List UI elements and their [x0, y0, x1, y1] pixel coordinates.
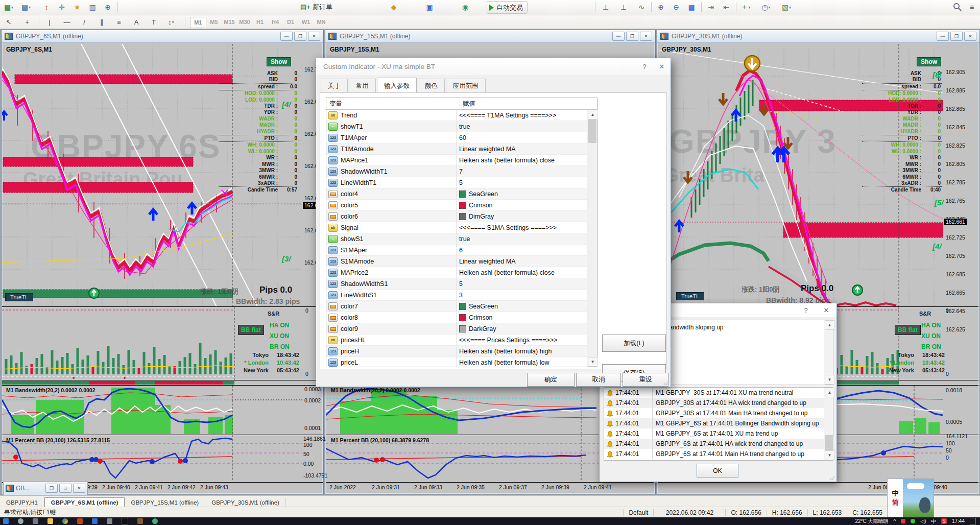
scroll-up-icon[interactable]: ▲	[825, 320, 834, 330]
zoom-in-icon[interactable]: ⊕	[655, 2, 666, 13]
timeframe-button[interactable]: W1	[298, 17, 314, 27]
load-button[interactable]: 加载(L)	[602, 335, 666, 352]
app-icon[interactable]	[137, 518, 143, 524]
chart-window-titlebar[interactable]: GBPJPY_30S,M1 (offline) — ❐ ✕	[657, 30, 979, 43]
minimize-button[interactable]: —	[937, 32, 949, 41]
notification-icon[interactable]	[970, 518, 976, 524]
timeframe-button[interactable]: D1	[283, 17, 298, 27]
dialog-tab[interactable]: 关于	[321, 79, 348, 92]
trendline-icon[interactable]: /	[79, 16, 90, 28]
eraser-icon[interactable]: ◆	[388, 2, 399, 13]
candle-chart-icon[interactable]: ⊥	[618, 2, 629, 13]
cursor-icon[interactable]: ↖	[3, 16, 14, 28]
text-icon[interactable]: A	[131, 16, 142, 28]
pane-divider[interactable]	[2, 435, 323, 435]
parameter-row[interactable]: MAPrice2 Heiken ashi (better formula) cl…	[326, 267, 587, 278]
weather-text[interactable]: 22°C 大部晴朗	[855, 518, 888, 525]
zoom-out-icon[interactable]: ⊖	[671, 2, 682, 13]
restore-button[interactable]: ❐	[45, 484, 58, 493]
close-button[interactable]: ✕	[964, 32, 976, 41]
bb-flat-badge[interactable]: BB flat	[238, 325, 264, 335]
chart-tab[interactable]: GBPJPY_30S,M1 (offline)	[205, 498, 286, 507]
vertical-line-icon[interactable]: |	[44, 16, 55, 28]
ok-button[interactable]: OK	[697, 464, 738, 478]
bb-flat-badge[interactable]: BB flat	[895, 325, 921, 335]
close-button[interactable]: ✕	[653, 58, 671, 75]
status-profile[interactable]: Default	[623, 509, 654, 516]
parameter-row[interactable]: ShadowWidthT1 7	[326, 166, 587, 177]
parameter-row[interactable]: LineWidthS1 3	[326, 290, 587, 301]
periods-icon[interactable]: ◷▾	[760, 2, 772, 13]
alert-row[interactable]: 17:44:01 GBPJPY_30S at 17:44:01 Main HA …	[604, 408, 824, 418]
parameter-row[interactable]: pricesHL <<<==== Prices Settings ====>>>	[326, 335, 587, 346]
resize-grip[interactable]	[664, 380, 669, 385]
ime-indicator[interactable]: 中	[931, 518, 936, 525]
price-axis[interactable]: 162.905162.885162.865162.845162.825162.8…	[946, 69, 965, 345]
tile-windows-icon[interactable]: ▦	[686, 2, 697, 13]
chart-tab[interactable]: GBPJPY_6S,M1 (offline)	[44, 497, 125, 507]
chart-shift-icon[interactable]: ⇤	[721, 2, 732, 13]
chart-window-titlebar[interactable]: GBPJPY_6S,M1 (offline) — ❐ ✕	[2, 30, 323, 43]
resize-grip[interactable]	[830, 475, 835, 480]
alert-row[interactable]: 17:44:01 GBPJPY_6S at 17:44:01 HA wick t…	[604, 439, 824, 449]
parameter-row[interactable]: LineWidthT1 5	[326, 177, 587, 188]
close-button[interactable]: ✕	[308, 32, 320, 41]
dialog-tab[interactable]: 输入参数	[377, 78, 417, 92]
parameter-row[interactable]: Trend <<<==== T1MA Settings ====>>>	[326, 110, 587, 121]
alert-row[interactable]: 17:44:01 GBPJPY_6S at 17:44:01 Main HA t…	[604, 449, 824, 459]
market-watch-icon[interactable]: ↕	[41, 2, 52, 13]
app-icon[interactable]	[92, 518, 98, 524]
scroll-down-icon[interactable]: ▼	[825, 450, 834, 460]
templates-icon[interactable]: ▧▾	[781, 2, 792, 13]
chart-profiles-icon[interactable]: ▤▾	[20, 2, 32, 13]
tray-icon[interactable]	[911, 519, 915, 523]
minimized-chart-window[interactable]: GB... ❐ □ ✕	[3, 481, 88, 495]
search-icon[interactable]	[18, 518, 23, 524]
indicators-icon[interactable]: ＋▾	[740, 2, 751, 13]
office-app-icon[interactable]	[77, 518, 83, 524]
minimize-button[interactable]: —	[612, 32, 625, 41]
timeframe-button[interactable]: H1	[252, 17, 268, 27]
clock[interactable]: 17:44	[952, 518, 965, 524]
show-button[interactable]: Show	[917, 57, 941, 66]
alert-row[interactable]: 17:44:01 M1 GBPJPY_6S at 17:44:01 Bollin…	[604, 418, 824, 428]
line-chart-icon[interactable]: ∿	[636, 2, 647, 13]
parameter-row[interactable]: color5 Crimson	[326, 200, 587, 211]
parameter-row[interactable]: showS1 true	[326, 233, 587, 245]
scroll-up-icon[interactable]: ▲	[588, 110, 597, 120]
time-axis[interactable]: 2 Jun 20222 Jun 09:312 Jun 09:332 Jun 09…	[329, 484, 626, 490]
arrows-tool-icon[interactable]: ↕▾	[165, 16, 177, 28]
parameter-row[interactable]: color9 DarkGray	[326, 323, 587, 335]
video-thumbnail[interactable]	[903, 479, 934, 517]
parameter-row[interactable]: color8 Crimson	[326, 312, 587, 323]
alert-row[interactable]: 17:44:01 M1 GBPJPY_30S at 17:44:01 XU ma…	[604, 388, 824, 398]
signals-icon[interactable]: ◉	[460, 2, 471, 13]
help-button[interactable]: ?	[636, 58, 653, 75]
help-button[interactable]: ?	[796, 303, 816, 317]
auto-scroll-icon[interactable]: ⇥	[705, 2, 716, 13]
parameter-row[interactable]: showT1 true	[326, 121, 587, 132]
parameter-row[interactable]: T1MAper 60	[326, 132, 587, 144]
bar-chart-icon[interactable]: ⊥	[600, 2, 611, 13]
favorites-icon[interactable]: ★	[71, 2, 83, 13]
scrollbar[interactable]: ▲ ▼	[824, 320, 833, 385]
horizontal-line-icon[interactable]: —	[61, 16, 73, 28]
parameter-row[interactable]: color4 SeaGreen	[326, 188, 587, 200]
tray-icon[interactable]	[901, 519, 905, 523]
parameter-row[interactable]: color7 SeaGreen	[326, 301, 587, 312]
scroll-thumb[interactable]	[588, 120, 596, 143]
fibonacci-icon[interactable]: ≡	[113, 16, 125, 28]
tray-expand-icon[interactable]: ^	[894, 518, 896, 524]
close-button[interactable]: ✕	[73, 484, 85, 493]
pane-divider[interactable]	[2, 306, 323, 307]
timeframe-button[interactable]: M1	[190, 17, 206, 28]
show-button[interactable]: Show	[267, 57, 291, 66]
close-button[interactable]: ✕	[640, 32, 652, 41]
parameter-row[interactable]: color6 DimGray	[326, 211, 587, 222]
pane-divider[interactable]	[2, 385, 323, 386]
start-button-icon[interactable]	[3, 518, 9, 524]
timeframe-button[interactable]: M30	[237, 17, 252, 27]
maximize-button[interactable]: □	[59, 484, 71, 493]
new-chart-icon[interactable]: ▦▾	[3, 2, 14, 13]
parameter-row[interactable]: ShadowWidthS1 5	[326, 278, 587, 290]
